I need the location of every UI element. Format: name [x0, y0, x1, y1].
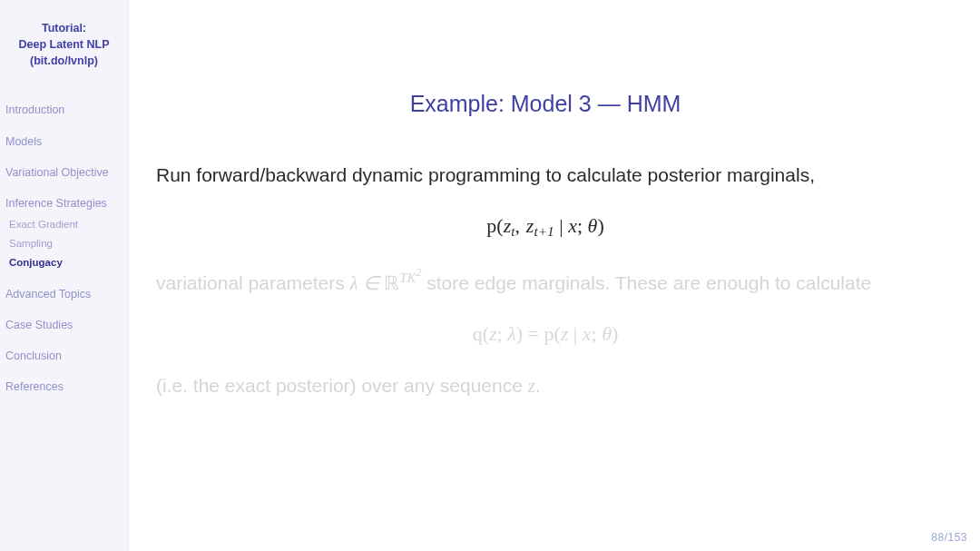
nav-variational-objective[interactable]: Variational Objective: [5, 164, 122, 181]
faded-mid: store edge marginals. These are enough t…: [421, 272, 871, 293]
faded2-suffix: .: [535, 375, 541, 396]
body-paragraph-2-faded: variational parameters λ ∈ ℝTK2 store ed…: [156, 264, 935, 298]
display-math-1: p(zt, zt+1 | x; θ): [156, 214, 935, 240]
sidebar: Tutorial: Deep Latent NLP (bit.do/lvnlp)…: [0, 0, 129, 551]
nav-label: Conclusion: [5, 349, 62, 362]
nav-case-studies[interactable]: Case Studies: [5, 317, 122, 333]
slide-title: Example: Model 3 — HMM: [156, 91, 935, 117]
nav-models[interactable]: Models: [5, 133, 122, 150]
nav-sub-label: Sampling: [9, 238, 53, 249]
body-paragraph-1: Run forward/backward dynamic programming…: [156, 161, 935, 191]
faded2-prefix: (i.e. the exact posterior) over any sequ…: [156, 375, 528, 396]
nav-sub-exact-gradient[interactable]: Exact Gradient: [9, 217, 122, 232]
nav-sub-label: Conjugacy: [9, 257, 63, 268]
nav-label: References: [5, 380, 64, 393]
nav-label: Advanced Topics: [5, 288, 91, 300]
body-paragraph-3-faded: (i.e. the exact posterior) over any sequ…: [156, 371, 935, 401]
nav-label: Introduction: [5, 103, 64, 116]
nav-sub-label: Exact Gradient: [9, 219, 78, 230]
nav-label: Inference Strategies: [5, 197, 107, 210]
inline-math-lambda: λ ∈ ℝTK2: [350, 272, 422, 294]
nav-sub-sampling[interactable]: Sampling: [9, 236, 122, 251]
page-counter: 88/153: [931, 531, 967, 544]
nav-label: Models: [5, 135, 42, 148]
sidebar-title-line3: (bit.do/lvnlp): [30, 54, 98, 67]
display-math-2-faded: q(z; λ) = p(z | x; θ): [156, 322, 935, 346]
sidebar-title-line2: Deep Latent NLP: [18, 38, 109, 51]
nav-advanced-topics[interactable]: Advanced Topics: [5, 286, 122, 302]
sidebar-title: Tutorial: Deep Latent NLP (bit.do/lvnlp): [5, 20, 122, 69]
faded-prefix: variational parameters: [156, 272, 350, 293]
nav-conclusion[interactable]: Conclusion: [5, 348, 122, 364]
nav-sublist: Exact Gradient Sampling Conjugacy: [5, 217, 122, 271]
sidebar-title-line1: Tutorial:: [42, 22, 86, 34]
nav-label: Variational Objective: [5, 166, 109, 179]
nav-introduction[interactable]: Introduction: [5, 102, 122, 118]
inline-math-z: z: [528, 375, 535, 397]
nav-label: Case Studies: [5, 319, 73, 331]
slide-body: Example: Model 3 — HMM Run forward/backw…: [129, 0, 980, 551]
nav-sub-conjugacy[interactable]: Conjugacy: [9, 255, 122, 271]
sidebar-nav: Introduction Models Variational Objectiv…: [5, 102, 122, 395]
slide-root: Tutorial: Deep Latent NLP (bit.do/lvnlp)…: [0, 0, 980, 551]
nav-references[interactable]: References: [5, 379, 122, 395]
nav-inference-strategies[interactable]: Inference Strategies Exact Gradient Samp…: [5, 195, 122, 271]
